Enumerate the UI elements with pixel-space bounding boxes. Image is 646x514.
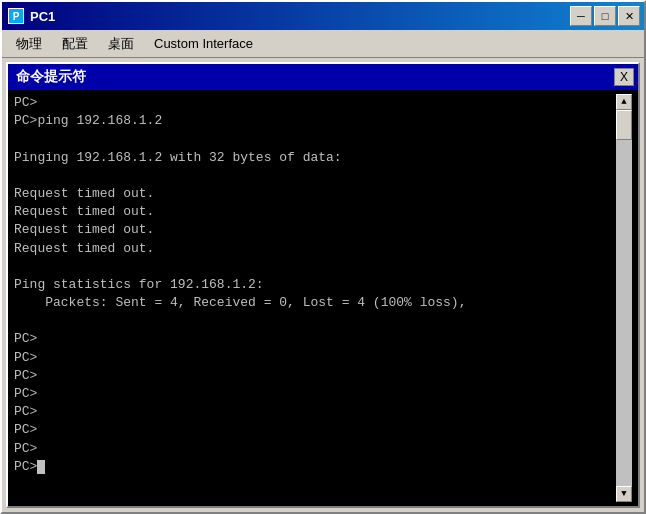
cursor [37, 460, 45, 474]
window-icon: P [8, 8, 24, 24]
close-button[interactable]: ✕ [618, 6, 640, 26]
cmd-close-button[interactable]: X [614, 68, 634, 86]
scroll-up-button[interactable]: ▲ [616, 94, 632, 110]
cmd-title-text: 命令提示符 [16, 68, 86, 86]
scroll-down-button[interactable]: ▼ [616, 486, 632, 502]
menu-item-config[interactable]: 配置 [52, 32, 98, 56]
scrollbar-thumb[interactable] [616, 110, 632, 140]
maximize-button[interactable]: □ [594, 6, 616, 26]
minimize-button[interactable]: ─ [570, 6, 592, 26]
menu-item-desktop[interactable]: 桌面 [98, 32, 144, 56]
cmd-title-bar: 命令提示符 X [8, 64, 638, 90]
main-window: P PC1 ─ □ ✕ 物理 配置 桌面 Custom Interface 命令… [0, 0, 646, 514]
title-bar-left: P PC1 [8, 8, 55, 24]
menu-bar: 物理 配置 桌面 Custom Interface [2, 30, 644, 58]
title-bar: P PC1 ─ □ ✕ [2, 2, 644, 30]
scrollbar-track[interactable] [616, 110, 632, 486]
terminal[interactable]: PC> PC>ping 192.168.1.2 Pinging 192.168.… [8, 90, 638, 506]
scrollbar[interactable]: ▲ ▼ [616, 94, 632, 502]
menu-item-physics[interactable]: 物理 [6, 32, 52, 56]
content-area: 命令提示符 X PC> PC>ping 192.168.1.2 Pinging … [2, 58, 644, 512]
cmd-window: 命令提示符 X PC> PC>ping 192.168.1.2 Pinging … [6, 62, 640, 508]
terminal-output: PC> PC>ping 192.168.1.2 Pinging 192.168.… [14, 94, 616, 502]
menu-item-custom-interface[interactable]: Custom Interface [144, 33, 263, 54]
window-title: PC1 [30, 9, 55, 24]
title-bar-controls: ─ □ ✕ [570, 6, 640, 26]
